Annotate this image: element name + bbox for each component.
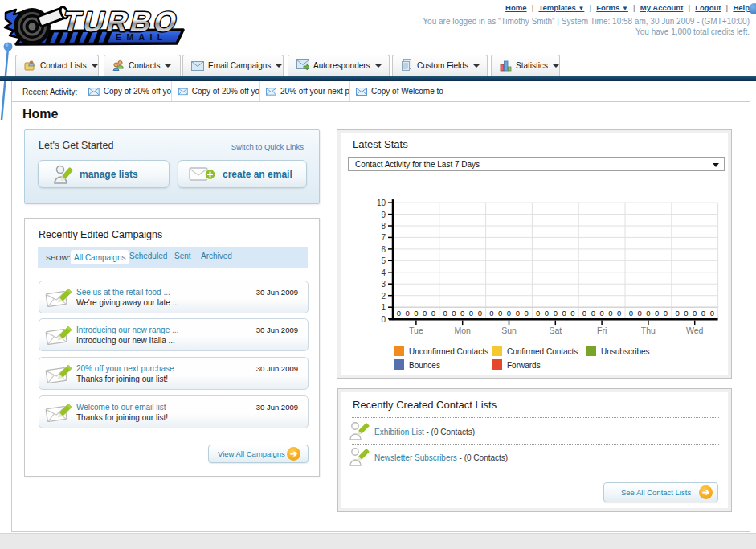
svg-text:0: 0 (431, 309, 435, 318)
svg-text:4: 4 (381, 268, 386, 277)
svg-text:Sat: Sat (549, 326, 562, 335)
svg-text:0: 0 (524, 309, 528, 318)
svg-text:0: 0 (684, 309, 688, 318)
svg-text:0: 0 (516, 309, 520, 318)
svg-text:2: 2 (381, 292, 386, 301)
svg-text:0: 0 (582, 309, 586, 318)
svg-text:0: 0 (443, 309, 447, 318)
svg-text:0: 0 (536, 309, 540, 318)
svg-text:0: 0 (637, 309, 641, 318)
svg-text:0: 0 (710, 309, 714, 318)
svg-text:0: 0 (460, 309, 464, 318)
svg-text:Sun: Sun (501, 326, 517, 335)
svg-text:3: 3 (381, 280, 386, 289)
svg-text:0: 0 (655, 309, 659, 318)
svg-text:0: 0 (423, 309, 427, 318)
svg-text:0: 0 (664, 309, 668, 318)
svg-text:5: 5 (381, 256, 386, 265)
svg-text:0: 0 (397, 309, 401, 318)
svg-text:Tue: Tue (409, 326, 423, 335)
svg-text:0: 0 (608, 309, 612, 318)
svg-text:0: 0 (414, 309, 418, 318)
svg-text:0: 0 (489, 309, 493, 318)
svg-text:0: 0 (452, 309, 456, 318)
svg-text:Thu: Thu (641, 326, 656, 335)
svg-text:0: 0 (675, 309, 679, 318)
svg-text:7: 7 (381, 233, 386, 242)
svg-text:0: 0 (646, 309, 650, 318)
svg-text:0: 0 (599, 309, 603, 318)
svg-text:0: 0 (693, 309, 697, 318)
svg-text:Confirmed Contacts: Confirmed Contacts (507, 347, 578, 356)
svg-text:6: 6 (381, 245, 386, 254)
svg-text:0: 0 (381, 315, 386, 324)
svg-text:0: 0 (498, 309, 502, 318)
svg-text:0: 0 (405, 309, 409, 318)
svg-text:0: 0 (507, 309, 511, 318)
svg-text:0: 0 (570, 309, 574, 318)
svg-text:0: 0 (701, 309, 705, 318)
svg-text:10: 10 (377, 199, 386, 207)
svg-text:Mon: Mon (454, 326, 471, 335)
svg-text:0: 0 (478, 309, 482, 318)
svg-text:0: 0 (469, 309, 473, 318)
svg-text:Bounces: Bounces (409, 361, 440, 370)
svg-text:0: 0 (617, 309, 621, 318)
svg-text:Forwards: Forwards (507, 361, 541, 370)
svg-text:TURBO: TURBO (59, 6, 183, 38)
svg-text:8: 8 (381, 222, 386, 231)
svg-text:Wed: Wed (686, 326, 704, 335)
svg-text:0: 0 (554, 309, 558, 318)
svg-text:0: 0 (562, 309, 566, 318)
svg-text:0: 0 (629, 309, 633, 318)
svg-text:1: 1 (381, 303, 386, 312)
svg-text:0: 0 (591, 309, 595, 318)
svg-text:Unconfirmed Contacts: Unconfirmed Contacts (409, 347, 488, 356)
svg-text:0: 0 (545, 309, 549, 318)
svg-text:Unsubscribes: Unsubscribes (601, 347, 650, 356)
svg-text:Fri: Fri (597, 326, 607, 335)
svg-text:9: 9 (381, 211, 386, 219)
